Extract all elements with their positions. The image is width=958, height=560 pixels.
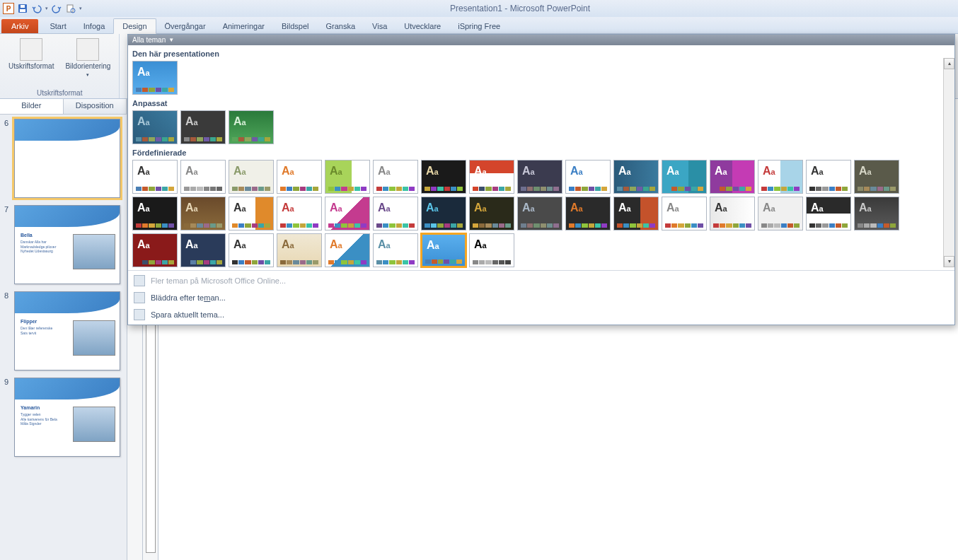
theme-thumbnail[interactable]: Aa — [421, 233, 466, 267]
theme-thumbnail[interactable]: Aa — [132, 110, 178, 144]
theme-thumbnail[interactable]: Aa — [325, 160, 370, 194]
theme-thumbnail[interactable]: Aa — [373, 233, 418, 267]
theme-thumbnail[interactable]: Aa — [469, 233, 514, 267]
theme-thumbnail[interactable]: Aa — [277, 160, 322, 194]
tab-granska[interactable]: Granska — [317, 19, 364, 33]
theme-color-swatches — [328, 187, 367, 191]
theme-thumbnail[interactable]: Aa — [325, 197, 370, 231]
slide-thumbnail[interactable] — [14, 119, 120, 198]
tab-bildspel[interactable]: Bildspel — [273, 19, 318, 33]
theme-thumbnail[interactable]: Aa — [277, 233, 322, 267]
theme-thumbnail[interactable]: Aa — [710, 197, 755, 231]
scroll-down-icon[interactable]: ▾ — [944, 256, 954, 267]
theme-thumbnail[interactable]: Aa — [229, 197, 274, 231]
page-setup-icon — [20, 38, 42, 61]
slide-orientation-button[interactable]: Bildorientering▾ — [61, 37, 115, 88]
theme-color-swatches — [328, 260, 367, 264]
theme-thumbnail[interactable]: Aa — [710, 160, 755, 194]
slide-thumbnail[interactable]: BellaDanskar Alla harMarknadsledge pilov… — [14, 205, 120, 284]
theme-thumbnail[interactable]: Aa — [758, 197, 803, 231]
theme-color-swatches — [136, 223, 174, 228]
tab-start[interactable]: Start — [41, 19, 74, 33]
tab-infoga[interactable]: Infoga — [75, 19, 114, 33]
theme-thumbnail[interactable]: Aa — [613, 197, 659, 231]
tab-outline[interactable]: Disposition — [64, 99, 127, 114]
undo-icon[interactable] — [31, 3, 42, 14]
theme-thumbnail[interactable]: Aa — [180, 160, 226, 194]
theme-thumbnail[interactable]: Aa — [229, 233, 274, 267]
theme-thumbnail[interactable]: Aa — [806, 197, 851, 231]
theme-thumbnail[interactable]: Aa — [421, 197, 466, 231]
globe-icon — [134, 275, 145, 286]
theme-thumbnail[interactable]: Aa — [373, 197, 418, 231]
undo-dropdown-icon[interactable]: ▾ — [45, 6, 48, 11]
page-setup-button[interactable]: Utskriftsformat — [4, 37, 58, 88]
theme-preview-text: Aa — [185, 115, 198, 128]
theme-thumbnail[interactable]: Aa — [421, 160, 466, 194]
ribbon-group-label: Utskriftsformat — [37, 88, 82, 97]
tab-animeringar[interactable]: Animeringar — [214, 19, 273, 33]
theme-thumbnail[interactable]: Aa — [277, 197, 322, 231]
theme-thumbnail[interactable]: Aa — [758, 160, 803, 194]
gallery-footer: Fler teman på Microsoft Office Online...… — [128, 271, 954, 325]
gallery-header-label: Alla teman — [132, 36, 166, 44]
theme-thumbnail[interactable]: Aa — [132, 197, 178, 231]
save-icon[interactable] — [17, 3, 28, 14]
gallery-body: Den här presentationen Aa Anpassat AaAaA… — [128, 45, 954, 267]
tab-slides[interactable]: Bilder — [0, 99, 64, 114]
theme-thumbnail[interactable]: Aa — [854, 160, 899, 194]
theme-thumbnail[interactable]: Aa — [469, 160, 514, 194]
theme-thumbnail[interactable]: Aa — [469, 197, 514, 231]
tab-overgangar[interactable]: Övergångar — [156, 19, 214, 33]
theme-thumbnail[interactable]: Aa — [662, 160, 707, 194]
theme-thumbnail[interactable]: Aa — [325, 233, 370, 267]
gallery-scrollbar[interactable]: ▴ ▾ — [943, 58, 954, 267]
theme-preview-text: Aa — [474, 202, 487, 214]
theme-thumbnail[interactable]: Aa — [662, 197, 707, 231]
theme-thumbnail[interactable]: Aa — [565, 197, 611, 231]
slide-thumbnail[interactable]: FlipperDen låter referenskeSats tervit — [14, 291, 120, 371]
slide-thumbnail[interactable]: YamarinTygger velenAlle kartverens för B… — [14, 378, 120, 457]
tab-ispring[interactable]: iSpring Free — [449, 19, 509, 33]
theme-preview-text: Aa — [666, 165, 679, 177]
tab-design[interactable]: Design — [113, 18, 156, 34]
theme-color-swatches — [136, 187, 174, 191]
theme-gallery-dropdown: Alla teman ▼ Den här presentationen Aa A… — [127, 34, 955, 325]
theme-thumbnail[interactable]: Aa — [180, 197, 226, 231]
theme-thumbnail[interactable]: Aa — [854, 197, 899, 231]
theme-thumbnail[interactable]: Aa — [229, 110, 274, 144]
redo-icon[interactable] — [51, 3, 62, 14]
theme-color-swatches — [569, 187, 607, 191]
theme-thumbnail[interactable]: Aa — [613, 160, 659, 194]
theme-thumbnail[interactable]: Aa — [132, 61, 178, 95]
theme-thumbnail[interactable]: Aa — [180, 233, 226, 267]
gallery-header[interactable]: Alla teman ▼ — [128, 35, 954, 45]
theme-thumbnail[interactable]: Aa — [229, 160, 274, 194]
menu-save-current-theme[interactable]: Spara aktuellt tema... — [128, 306, 954, 323]
slide-number: 7 — [4, 205, 11, 284]
theme-thumbnail[interactable]: Aa — [517, 197, 562, 231]
tab-file[interactable]: Arkiv — [1, 19, 38, 33]
theme-thumbnail[interactable]: Aa — [565, 160, 611, 194]
section-builtin: Fördefinierade — [132, 147, 950, 160]
theme-preview-text: Aa — [330, 238, 342, 251]
section-this-presentation: Den här presentationen — [132, 48, 950, 61]
print-preview-icon[interactable] — [65, 3, 76, 14]
tab-visa[interactable]: Visa — [364, 19, 396, 33]
scroll-up-icon[interactable]: ▴ — [944, 58, 954, 69]
theme-color-swatches — [809, 223, 848, 228]
theme-color-swatches — [184, 187, 222, 191]
tab-utvecklare[interactable]: Utvecklare — [396, 19, 449, 33]
menu-browse-themes[interactable]: Bläddra efter teman... — [128, 289, 954, 306]
theme-color-swatches — [521, 223, 559, 228]
theme-color-swatches — [136, 260, 174, 264]
theme-thumbnail[interactable]: Aa — [180, 110, 226, 144]
theme-thumbnail[interactable]: Aa — [806, 160, 851, 194]
theme-thumbnail[interactable]: Aa — [373, 160, 418, 194]
theme-thumbnail[interactable]: Aa — [132, 160, 178, 194]
theme-thumbnail[interactable]: Aa — [517, 160, 562, 194]
theme-thumbnail[interactable]: Aa — [132, 233, 178, 267]
theme-preview-text: Aa — [715, 202, 727, 214]
theme-color-swatches — [473, 187, 511, 191]
theme-color-swatches — [858, 223, 896, 228]
